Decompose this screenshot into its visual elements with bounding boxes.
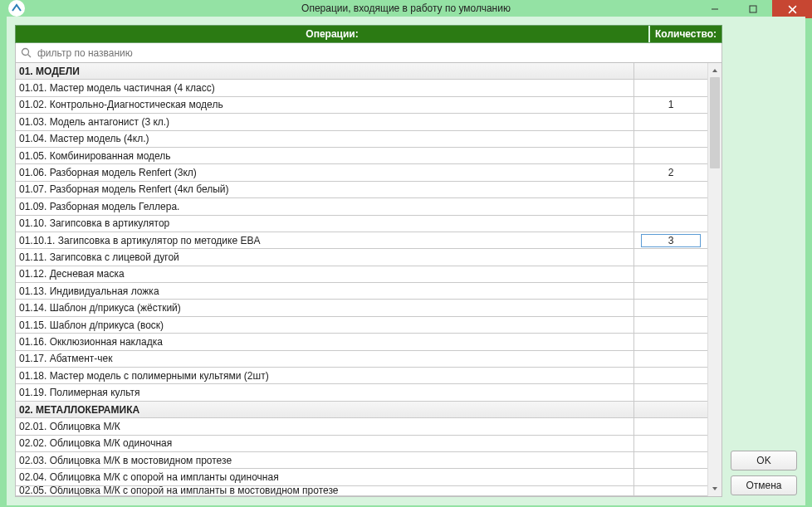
scrollbar-track[interactable] (708, 77, 722, 482)
quantity-cell[interactable] (634, 300, 707, 315)
quantity-cell[interactable] (634, 317, 707, 333)
quantity-cell[interactable]: 2 (634, 164, 707, 180)
quantity-cell[interactable] (634, 148, 707, 163)
operation-cell[interactable]: 01.19. Полимерная культя (16, 384, 634, 400)
operation-cell[interactable]: 02.03. Облицовка М/К в мостовидном проте… (16, 452, 634, 468)
quantity-cell[interactable] (634, 452, 707, 468)
operation-cell[interactable]: 02.01. Облицовка М/К (16, 418, 634, 434)
quantity-cell[interactable] (634, 418, 707, 434)
quantity-cell[interactable]: 1 (634, 97, 707, 113)
operation-cell[interactable]: 01.02. Контрольно-Диагностическая модель (16, 97, 634, 113)
maximize-button[interactable] (734, 0, 772, 18)
ok-button[interactable]: OK (731, 451, 797, 470)
table-row[interactable]: 01.03. Модель антагонист (3 кл.) (16, 114, 707, 130)
app-icon (8, 0, 25, 17)
table-row[interactable]: 01.10.1. Загипсовка в артикулятор по мет… (16, 232, 707, 249)
operation-cell[interactable]: 01.10. Загипсовка в артикулятор (16, 216, 634, 232)
group-row[interactable]: 01. МОДЕЛИ (16, 63, 707, 80)
operation-cell[interactable]: 01.05. Комбинированная модель (16, 148, 634, 163)
operation-cell[interactable]: 01.10.1. Загипсовка в артикулятор по мет… (16, 232, 634, 248)
svg-rect-1 (750, 6, 756, 12)
operation-cell[interactable]: 02. МЕТАЛЛОКЕРАМИКА (16, 402, 634, 417)
table-row[interactable]: 01.01. Мастер модель частичная (4 класс) (16, 80, 707, 96)
quantity-editor[interactable]: 3 (641, 234, 701, 247)
operation-cell[interactable]: 01.03. Модель антагонист (3 кл.) (16, 114, 634, 129)
operation-cell[interactable]: 02.05. Облицовка М/К с опорой на имплант… (16, 486, 634, 495)
quantity-cell[interactable] (634, 63, 707, 79)
quantity-cell[interactable] (634, 131, 707, 147)
operation-cell[interactable]: 01.09. Разборная модель Геллера. (16, 198, 634, 214)
quantity-cell[interactable] (634, 486, 707, 495)
table-row[interactable]: 01.12. Десневая маска (16, 266, 707, 283)
table-row[interactable]: 01.14. Шаблон д/прикуса (жёсткий) (16, 300, 707, 316)
quantity-cell[interactable] (634, 384, 707, 400)
operation-cell[interactable]: 01.04. Мастер модель (4кл.) (16, 131, 634, 147)
titlebar[interactable]: Операции, входящие в работу по умолчанию (0, 0, 812, 17)
table-row[interactable]: 01.16. Окклюзионная накладка (16, 334, 707, 350)
quantity-cell[interactable] (634, 402, 707, 417)
quantity-cell[interactable] (634, 469, 707, 485)
cancel-button[interactable]: Отмена (731, 475, 797, 495)
table-row[interactable]: 01.13. Индивидуальная ложка (16, 283, 707, 300)
table-row[interactable]: 01.11. Загипсовка с лицевой дугой (16, 249, 707, 266)
quantity-value: 2 (634, 167, 707, 178)
operation-cell[interactable]: 01.12. Десневая маска (16, 266, 634, 282)
quantity-cell[interactable] (634, 182, 707, 197)
operation-cell[interactable]: 01.18. Мастер модель с полимерными культ… (16, 368, 634, 383)
quantity-cell[interactable] (634, 334, 707, 349)
table-row[interactable]: 02.04. Облицовка М/К с опорой на имплант… (16, 469, 707, 485)
scrollbar-thumb[interactable] (710, 77, 720, 168)
filter-input[interactable] (36, 46, 718, 60)
operation-cell[interactable]: 01. МОДЕЛИ (16, 63, 634, 79)
window-title: Операции, входящие в работу по умолчанию (0, 2, 812, 14)
quantity-cell[interactable] (634, 283, 707, 299)
table-row[interactable]: 01.02. Контрольно-Диагностическая модель… (16, 97, 707, 114)
table-row[interactable]: 01.05. Комбинированная модель (16, 148, 707, 164)
operation-cell[interactable]: 01.14. Шаблон д/прикуса (жёсткий) (16, 300, 634, 315)
quantity-cell[interactable]: 3 (634, 232, 707, 248)
window-body: Операции: Количество: 01. МОДЕЛИ01.01. М… (7, 17, 805, 505)
quantity-cell[interactable] (634, 249, 707, 265)
table-row[interactable]: 01.09. Разборная модель Геллера. (16, 198, 707, 215)
operation-cell[interactable]: 01.15. Шаблон д/прикуса (воск) (16, 317, 634, 333)
table-row[interactable]: 01.15. Шаблон д/прикуса (воск) (16, 317, 707, 334)
quantity-cell[interactable] (634, 368, 707, 383)
quantity-cell[interactable] (634, 436, 707, 451)
quantity-cell[interactable] (634, 351, 707, 367)
column-header-operations[interactable]: Операции: (16, 26, 648, 42)
dialog-window: Операции, входящие в работу по умолчанию… (0, 0, 812, 507)
group-row[interactable]: 02. МЕТАЛЛОКЕРАМИКА (16, 402, 707, 418)
operation-cell[interactable]: 01.11. Загипсовка с лицевой дугой (16, 249, 634, 265)
operation-cell[interactable]: 01.16. Окклюзионная накладка (16, 334, 634, 349)
scroll-up-button[interactable] (708, 63, 722, 77)
operation-cell[interactable]: 01.06. Разборная модель Renfert (3кл) (16, 164, 634, 180)
table-row[interactable]: 02.05. Облицовка М/К с опорой на имплант… (16, 486, 707, 496)
quantity-cell[interactable] (634, 114, 707, 129)
table-row[interactable]: 01.18. Мастер модель с полимерными культ… (16, 368, 707, 384)
operation-cell[interactable]: 02.04. Облицовка М/К с опорой на имплант… (16, 469, 634, 485)
operation-cell[interactable]: 01.17. Абатмент-чек (16, 351, 634, 367)
table-row[interactable]: 01.04. Мастер модель (4кл.) (16, 131, 707, 148)
dialog-buttons: OK Отмена (731, 25, 797, 497)
operation-cell[interactable]: 01.01. Мастер модель частичная (4 класс) (16, 80, 634, 95)
scroll-down-button[interactable] (708, 482, 722, 496)
table-row[interactable]: 01.19. Полимерная культя (16, 384, 707, 401)
close-button[interactable] (772, 0, 812, 18)
table-row[interactable]: 02.01. Облицовка М/К (16, 418, 707, 435)
vertical-scrollbar[interactable] (707, 63, 722, 496)
table-row[interactable]: 01.10. Загипсовка в артикулятор (16, 216, 707, 232)
minimize-button[interactable] (696, 0, 734, 18)
quantity-cell[interactable] (634, 266, 707, 282)
column-header-quantity[interactable]: Количество: (648, 26, 722, 42)
quantity-cell[interactable] (634, 198, 707, 214)
quantity-cell[interactable] (634, 80, 707, 95)
table-row[interactable]: 01.17. Абатмент-чек (16, 351, 707, 368)
table-row[interactable]: 02.02. Облицовка М/К одиночная (16, 436, 707, 452)
table-row[interactable]: 01.06. Разборная модель Renfert (3кл)2 (16, 164, 707, 181)
quantity-cell[interactable] (634, 216, 707, 232)
table-row[interactable]: 02.03. Облицовка М/К в мостовидном проте… (16, 452, 707, 469)
table-row[interactable]: 01.07. Разборная модель Renfert (4кл бел… (16, 182, 707, 198)
operation-cell[interactable]: 01.07. Разборная модель Renfert (4кл бел… (16, 182, 634, 197)
operation-cell[interactable]: 02.02. Облицовка М/К одиночная (16, 436, 634, 451)
operation-cell[interactable]: 01.13. Индивидуальная ложка (16, 283, 634, 299)
